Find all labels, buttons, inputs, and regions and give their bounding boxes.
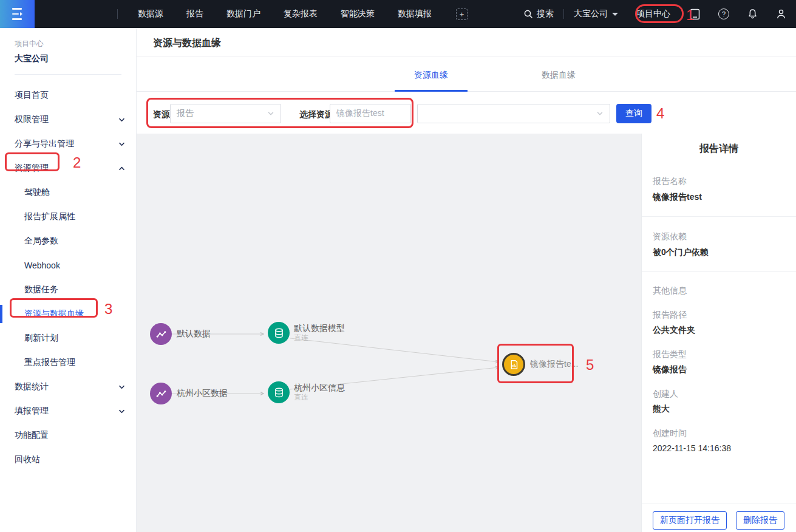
node-label: 杭州小区信息 xyxy=(294,383,345,392)
chevron-down-icon xyxy=(118,117,125,123)
sidebar-item-function-config[interactable]: 功能配置 xyxy=(0,423,136,448)
page-title: 资源与数据血缘 xyxy=(137,28,796,50)
sidebar-item-data-task[interactable]: 数据任务 xyxy=(0,278,136,302)
node-default-model[interactable]: 默认数据模型 直连 xyxy=(268,322,345,344)
create-time-label: 创建时间 xyxy=(653,428,785,439)
node-hangzhou-dataset[interactable]: 杭州小区数据 xyxy=(150,383,228,404)
sidebar-item-label: 填报管理 xyxy=(15,406,49,417)
sidebar-item-label: 重点报告管理 xyxy=(24,357,75,368)
sidebar-item-recycle-bin[interactable]: 回收站 xyxy=(0,448,136,472)
sidebar-item-label: 功能配置 xyxy=(15,430,49,441)
context-company[interactable]: 大宝公司 xyxy=(15,53,121,64)
chevron-down-icon xyxy=(267,110,274,117)
report-name-label: 报告名称 xyxy=(653,176,785,187)
create-time-value: 2022-11-15 14:16:38 xyxy=(653,443,785,453)
caret-down-icon xyxy=(612,13,618,16)
chevron-down-icon xyxy=(118,408,125,415)
lineage-canvas[interactable]: 默认数据 默认数据模型 直连 xyxy=(137,134,641,532)
nav-smart-decision[interactable]: 智能决策 xyxy=(341,9,375,19)
dependency-value: 被0个门户依赖 xyxy=(653,247,785,258)
delete-report-button[interactable]: 删除报告 xyxy=(736,511,784,530)
resource-type-value: 报告 xyxy=(177,108,194,119)
node-label: 默认数据模型 xyxy=(294,324,345,333)
device-icon xyxy=(690,9,700,20)
sidebar-item-resource-mgmt[interactable]: 资源管理 xyxy=(0,156,136,180)
sidebar-item-filling-mgmt[interactable]: 填报管理 xyxy=(0,399,136,423)
sidebar-item-permission[interactable]: 权限管理 xyxy=(0,107,136,132)
topbar-divider xyxy=(117,9,118,19)
app-root: 数据源 报告 数据门户 复杂报表 智能决策 数据填报 + 搜索 大宝公司 项 xyxy=(0,0,796,532)
tab-data-lineage[interactable]: 数据血缘 xyxy=(522,58,595,92)
user-icon xyxy=(776,9,786,19)
sidebar-item-label: 资源管理 xyxy=(15,163,49,174)
sidebar-item-label: 权限管理 xyxy=(15,114,49,125)
device-button[interactable] xyxy=(690,9,700,20)
sidebar-item-refresh-plan[interactable]: 刷新计划 xyxy=(0,326,136,350)
node-mirror-report[interactable]: 镜像报告te... xyxy=(502,353,578,376)
tab-resource-lineage[interactable]: 资源血缘 xyxy=(395,58,468,92)
nav-data-filling[interactable]: 数据填报 xyxy=(398,9,432,19)
sidebar-item-key-report[interactable]: 重点报告管理 xyxy=(0,350,136,375)
node-sublabel: 直连 xyxy=(294,394,345,401)
user-menu-button[interactable] xyxy=(776,9,786,19)
sidebar-item-label: 全局参数 xyxy=(24,236,58,247)
chevron-down-icon xyxy=(118,384,125,390)
sidebar-item-label: 驾驶舱 xyxy=(24,187,50,198)
bell-icon xyxy=(747,9,758,19)
company-switcher[interactable]: 大宝公司 xyxy=(574,9,618,19)
sidebar-item-label: 项目首页 xyxy=(15,90,49,101)
add-module-button[interactable]: + xyxy=(456,9,468,20)
node-label: 默认数据 xyxy=(177,329,211,339)
sidebar-item-label: 回收站 xyxy=(15,454,40,465)
database-icon xyxy=(273,387,285,398)
nav-complex-report[interactable]: 复杂报表 xyxy=(284,9,318,19)
project-center-button[interactable]: 项目中心 xyxy=(636,9,670,19)
report-icon xyxy=(509,360,519,370)
resource-search-input[interactable] xyxy=(330,104,411,123)
notifications-button[interactable] xyxy=(747,9,758,19)
nav-data-portal[interactable]: 数据门户 xyxy=(226,9,260,19)
topbar-right: 搜索 大宝公司 项目中心 ? xyxy=(523,9,796,20)
sidebar-item-webhook[interactable]: Webhook xyxy=(0,253,136,278)
sidebar-context: 项目中心 大宝公司 xyxy=(0,28,136,64)
report-detail-panel: 报告详情 报告名称 镜像报告test 资源依赖 被0个门户依赖 其他信息 报告路… xyxy=(641,134,796,532)
chevron-down-icon xyxy=(596,110,604,117)
node-hangzhou-model[interactable]: 杭州小区信息 直连 xyxy=(268,381,345,403)
query-button[interactable]: 查询 xyxy=(616,104,651,123)
sidebar-item-data-stats[interactable]: 数据统计 xyxy=(0,375,136,399)
report-name-value: 镜像报告test xyxy=(653,192,785,203)
sidebar-item-lineage[interactable]: 资源与数据血缘 xyxy=(0,302,136,326)
sidebar-item-project-home[interactable]: 项目首页 xyxy=(0,83,136,107)
sidebar-item-report-ext[interactable]: 报告扩展属性 xyxy=(0,205,136,229)
help-button[interactable]: ? xyxy=(718,9,729,19)
help-icon: ? xyxy=(718,9,729,19)
sidebar: 项目中心 大宝公司 项目首页 权限管理 分享与导出管理 资源管理 xyxy=(0,28,137,532)
filter-bar: 资源类型 报告 选择资源 查询 xyxy=(137,92,796,134)
sidebar-item-label: 数据任务 xyxy=(24,284,58,295)
page-header: 资源与数据血缘 xyxy=(137,28,796,57)
tabs-bar: 资源血缘 数据血缘 xyxy=(137,58,796,92)
database-icon xyxy=(273,327,285,339)
report-type-value: 镜像报告 xyxy=(653,364,785,375)
search-button[interactable]: 搜索 xyxy=(523,9,554,19)
sidebar-item-share-export[interactable]: 分享与导出管理 xyxy=(0,132,136,156)
resource-type-select[interactable]: 报告 xyxy=(170,104,281,123)
sidebar-item-label: 刷新计划 xyxy=(24,333,58,344)
nav-report[interactable]: 报告 xyxy=(186,9,203,19)
node-label: 杭州小区数据 xyxy=(177,388,228,399)
resource-select[interactable] xyxy=(417,104,610,123)
open-report-button[interactable]: 新页面打开报告 xyxy=(653,511,727,530)
nav-datasource[interactable]: 数据源 xyxy=(138,9,163,19)
node-default-dataset[interactable]: 默认数据 xyxy=(150,323,211,345)
lineage-edges xyxy=(137,134,641,532)
sidebar-item-label: 报告扩展属性 xyxy=(24,211,75,222)
sidebar-item-cockpit[interactable]: 驾驶舱 xyxy=(0,180,136,205)
line-chart-icon xyxy=(155,388,167,400)
sidebar-item-global-params[interactable]: 全局参数 xyxy=(0,229,136,253)
chevron-up-icon xyxy=(118,165,125,172)
topbar: 数据源 报告 数据门户 复杂报表 智能决策 数据填报 + 搜索 大宝公司 项 xyxy=(0,0,796,28)
search-label: 搜索 xyxy=(537,9,554,19)
app-logo[interactable] xyxy=(0,0,35,28)
sidebar-item-label: 数据统计 xyxy=(15,381,49,392)
context-label: 项目中心 xyxy=(15,39,121,49)
